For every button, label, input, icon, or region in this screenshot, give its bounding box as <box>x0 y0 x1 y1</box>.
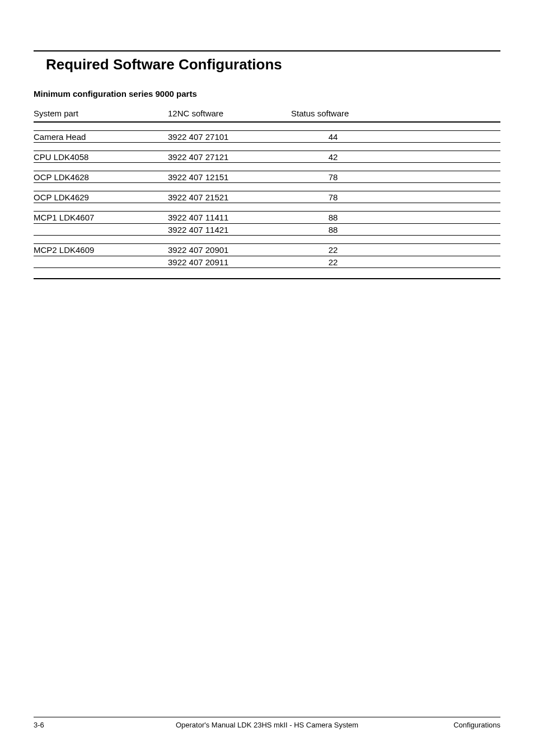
page-number: 3-6 <box>34 721 151 729</box>
table-row: Camera Head3922 407 2710144 <box>34 130 500 143</box>
cell-12nc-software: 3922 407 27101 <box>168 132 291 142</box>
page-footer: 3-6 Operator's Manual LDK 23HS mkII - HS… <box>34 717 500 729</box>
table-header-row: System part 12NC software Status softwar… <box>34 109 500 123</box>
cell-status-software: 78 <box>291 192 375 202</box>
cell-status-software: 78 <box>291 172 375 182</box>
cell-system-part: OCP LDK4629 <box>34 192 168 202</box>
cell-system-part: Camera Head <box>34 132 168 142</box>
cell-system-part: MCP1 LDK4607 <box>34 213 168 222</box>
cell-12nc-software: 3922 407 20901 <box>168 245 291 255</box>
cell-status-software: 22 <box>291 245 375 255</box>
table-row: CPU LDK40583922 407 2712142 <box>34 151 500 163</box>
cell-12nc-software: 3922 407 12151 <box>168 172 291 182</box>
cell-status-software: 44 <box>291 132 375 142</box>
table-row: MCP2 LDK46093922 407 2090122 <box>34 243 500 256</box>
table-row: MCP1 LDK46073922 407 1141188 <box>34 211 500 223</box>
section-title: Required Software Configurations <box>34 56 500 73</box>
subhead: Minimum configuration series 9000 parts <box>34 89 500 98</box>
cell-status-software: 22 <box>291 257 375 267</box>
cell-12nc-software: 3922 407 27121 <box>168 152 291 162</box>
table-row: OCP LDK46283922 407 1215178 <box>34 171 500 183</box>
footer-section: Configurations <box>384 721 501 729</box>
cell-system-part: CPU LDK4058 <box>34 152 168 162</box>
cell-status-software: 42 <box>291 152 375 162</box>
header-system-part: System part <box>34 109 168 118</box>
cell-status-software: 88 <box>291 213 375 222</box>
cell-12nc-software: 3922 407 11411 <box>168 213 291 222</box>
cell-12nc-software: 3922 407 20911 <box>168 257 291 267</box>
cell-12nc-software: 3922 407 11421 <box>168 225 291 234</box>
config-table: System part 12NC software Status softwar… <box>34 109 500 279</box>
cell-status-software: 88 <box>291 225 375 234</box>
footer-title: Operator's Manual LDK 23HS mkII - HS Cam… <box>151 721 384 729</box>
table-row: OCP LDK46293922 407 2152178 <box>34 191 500 203</box>
header-12nc-software: 12NC software <box>168 109 291 118</box>
header-status-software: Status software <box>291 109 375 118</box>
cell-system-part: OCP LDK4628 <box>34 172 168 182</box>
cell-12nc-software: 3922 407 21521 <box>168 192 291 202</box>
table-row: 3922 407 2091122 <box>34 256 500 268</box>
table-row: 3922 407 1142188 <box>34 223 500 236</box>
cell-system-part: MCP2 LDK4609 <box>34 245 168 255</box>
